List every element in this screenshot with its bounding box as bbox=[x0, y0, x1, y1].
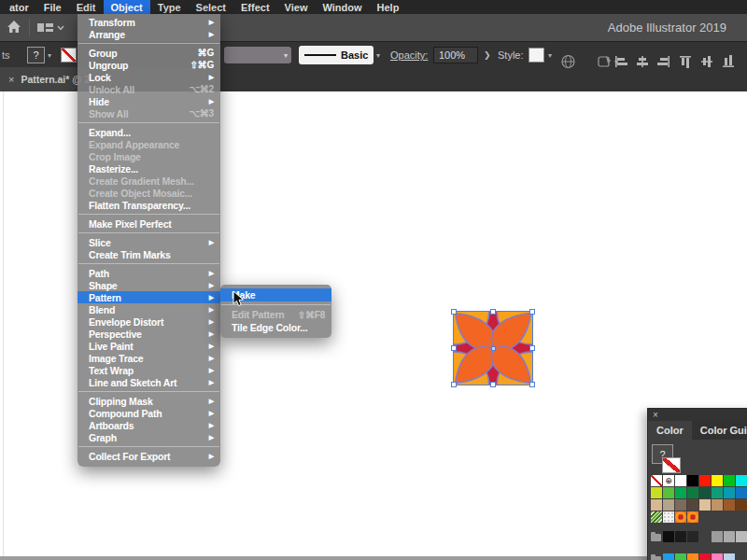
object-menu-item-shape[interactable]: Shape▶ bbox=[78, 279, 220, 291]
swatch-pattern-flower[interactable] bbox=[675, 511, 686, 523]
swatch-color[interactable] bbox=[712, 499, 723, 511]
opacity-link[interactable]: Opacity: bbox=[390, 42, 428, 68]
pattern-submenu-item-tile-edge-color[interactable]: Tile Edge Color... bbox=[220, 321, 331, 334]
swatch-pattern-light[interactable] bbox=[663, 511, 674, 523]
swatch-color[interactable] bbox=[651, 499, 662, 511]
swatch-color[interactable] bbox=[663, 499, 674, 511]
menubar-item-object[interactable]: Object bbox=[104, 0, 150, 14]
stroke-color-well-none[interactable] bbox=[61, 48, 77, 63]
horizontal-align-center-icon[interactable] bbox=[636, 55, 649, 68]
swatch-color[interactable] bbox=[736, 475, 747, 486]
object-menu-item-live-paint[interactable]: Live Paint▶ bbox=[78, 340, 220, 352]
object-menu-item-envelope-distort[interactable]: Envelope Distort▶ bbox=[78, 315, 220, 328]
object-menu-item-artboards[interactable]: Artboards▶ bbox=[78, 419, 220, 431]
swatch-color[interactable] bbox=[724, 475, 735, 486]
selection-handle[interactable] bbox=[529, 309, 535, 315]
menubar-item-file[interactable]: File bbox=[36, 0, 69, 14]
selection-handle[interactable] bbox=[451, 309, 457, 315]
swatch-color[interactable] bbox=[724, 553, 735, 560]
object-menu-item-collect-for-export[interactable]: Collect For Export▶ bbox=[78, 450, 220, 462]
menubar-item-type[interactable]: Type bbox=[150, 0, 189, 14]
object-menu-item-make-pixel-perfect[interactable]: Make Pixel Perfect bbox=[78, 217, 220, 230]
swatch-color[interactable] bbox=[736, 499, 747, 511]
swatch-color[interactable] bbox=[663, 553, 674, 560]
menubar-item-view[interactable]: View bbox=[277, 0, 316, 14]
selection-handle[interactable] bbox=[451, 345, 457, 351]
object-menu-item-ungroup[interactable]: Ungroup⇧⌘G bbox=[78, 59, 220, 71]
object-menu-item-slice[interactable]: Slice▶ bbox=[78, 236, 220, 248]
menubar-item-effect[interactable]: Effect bbox=[233, 0, 277, 14]
swatch-pattern-speckle[interactable] bbox=[651, 511, 662, 523]
object-menu-item-blend[interactable]: Blend▶ bbox=[78, 303, 220, 315]
swatch-color[interactable] bbox=[712, 553, 723, 560]
swatch-color[interactable] bbox=[663, 531, 674, 542]
object-menu-item-perspective[interactable]: Perspective▶ bbox=[78, 328, 220, 340]
stroke-style-dropdown[interactable]: Basic bbox=[299, 46, 374, 64]
object-menu-item-rasterize[interactable]: Rasterize... bbox=[78, 162, 220, 175]
menubar-item-ator[interactable]: ator bbox=[2, 0, 36, 14]
swatch-color[interactable] bbox=[712, 531, 723, 542]
panel-tab-color-guide[interactable]: Color Guide bbox=[692, 421, 747, 440]
swatch-registration[interactable]: ⊕ bbox=[663, 475, 674, 486]
menubar-item-window[interactable]: Window bbox=[315, 0, 369, 14]
object-menu-item-expand[interactable]: Expand... bbox=[78, 126, 220, 138]
object-menu-item-transform[interactable]: Transform▶ bbox=[78, 16, 220, 28]
selection-handle[interactable] bbox=[490, 309, 496, 315]
object-menu-item-group[interactable]: Group⌘G bbox=[78, 47, 220, 59]
swatch-color[interactable] bbox=[699, 487, 711, 498]
object-menu-item-arrange[interactable]: Arrange▶ bbox=[78, 28, 220, 40]
swatch-color[interactable] bbox=[663, 487, 674, 498]
style-chevron-down-icon[interactable]: ▾ bbox=[548, 42, 552, 68]
horizontal-align-left-icon[interactable] bbox=[614, 55, 627, 68]
home-icon[interactable] bbox=[7, 20, 21, 35]
opacity-input[interactable]: 100% bbox=[433, 47, 478, 63]
object-menu-item-lock[interactable]: Lock▶ bbox=[78, 71, 220, 83]
opacity-stepper-icon[interactable]: ❯ bbox=[484, 42, 491, 68]
swatch-color[interactable] bbox=[687, 553, 698, 560]
selection-handle[interactable] bbox=[490, 382, 496, 387]
selection-handle[interactable] bbox=[451, 382, 457, 387]
menubar-item-select[interactable]: Select bbox=[189, 0, 233, 14]
vertical-align-bottom-icon[interactable] bbox=[722, 55, 735, 68]
object-menu-item-compound-path[interactable]: Compound Path▶ bbox=[78, 407, 220, 419]
menubar-item-edit[interactable]: Edit bbox=[69, 0, 104, 14]
selection-center-handle[interactable] bbox=[491, 346, 496, 351]
tab-close-icon[interactable]: × bbox=[8, 74, 14, 85]
object-menu-item-flatten-transparency[interactable]: Flatten Transparency... bbox=[78, 199, 220, 211]
swatch-color[interactable] bbox=[675, 553, 686, 560]
panel-close-icon[interactable]: × bbox=[653, 411, 658, 420]
object-menu-item-clipping-mask[interactable]: Clipping Mask▶ bbox=[78, 395, 220, 407]
object-menu-item-pattern[interactable]: Pattern▶ bbox=[78, 291, 220, 303]
swatch-color[interactable] bbox=[687, 531, 698, 542]
object-menu-item-text-wrap[interactable]: Text Wrap▶ bbox=[78, 364, 220, 376]
menubar-item-help[interactable]: Help bbox=[370, 0, 407, 14]
vertical-align-top-icon[interactable] bbox=[679, 55, 692, 68]
swatch-color[interactable] bbox=[675, 475, 686, 486]
swatch-color[interactable] bbox=[724, 531, 735, 542]
vertical-align-center-icon[interactable] bbox=[700, 55, 713, 68]
object-menu-item-create-trim-marks[interactable]: Create Trim Marks bbox=[78, 248, 220, 260]
swatch-color[interactable] bbox=[712, 487, 723, 498]
swatch-color[interactable] bbox=[712, 475, 723, 486]
swatch-folder-icon[interactable] bbox=[651, 531, 662, 542]
object-menu-item-hide[interactable]: Hide▶ bbox=[78, 95, 220, 107]
swatch-color[interactable] bbox=[687, 475, 698, 486]
swatch-color[interactable] bbox=[699, 499, 711, 511]
swatch-color[interactable] bbox=[651, 487, 662, 498]
graphic-style-swatch[interactable] bbox=[529, 48, 544, 63]
swatch-color[interactable] bbox=[675, 499, 686, 511]
panel-tab-color[interactable]: Color bbox=[648, 421, 692, 440]
document-setup-icon[interactable] bbox=[561, 49, 575, 75]
swatch-pattern-flower[interactable] bbox=[687, 511, 698, 523]
swatch-none[interactable] bbox=[651, 475, 662, 486]
object-menu-item-path[interactable]: Path▶ bbox=[78, 267, 220, 279]
swatch-color[interactable] bbox=[736, 487, 747, 498]
fill-chevron-down-icon[interactable]: ▾ bbox=[48, 42, 51, 68]
brush-definition-dropdown[interactable]: ▾ bbox=[224, 47, 291, 63]
swatch-color[interactable] bbox=[724, 499, 735, 511]
fill-color-well[interactable]: ? bbox=[27, 47, 45, 63]
object-menu-item-image-trace[interactable]: Image Trace▶ bbox=[78, 352, 220, 364]
selection-handle[interactable] bbox=[529, 345, 535, 351]
panel-stroke-well-none[interactable] bbox=[662, 457, 681, 473]
swatch-color[interactable] bbox=[675, 487, 686, 498]
